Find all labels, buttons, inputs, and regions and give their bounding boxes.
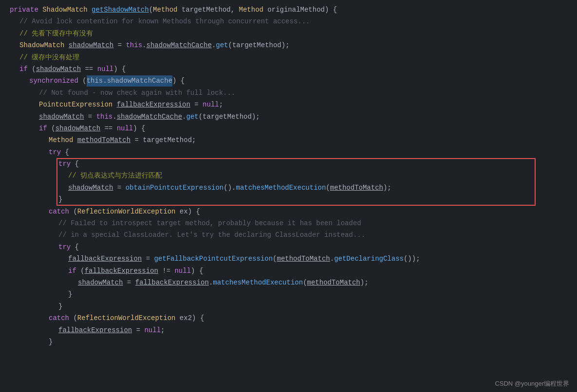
code-line: Method methodToMatch = targetMethod; — [0, 134, 577, 146]
code-line: if (fallbackExpression != null) { — [0, 265, 577, 277]
fn-token: get — [216, 40, 228, 51]
code-line: // 先看下缓存中有没有 — [0, 28, 577, 39]
code-line: shadowMatch = this.shadowMatchCache.get(… — [0, 111, 577, 123]
var-token: ()); — [404, 253, 420, 264]
var-token: ( — [80, 266, 84, 276]
var-token: originalMethod) { — [263, 4, 337, 15]
kw-token: this — [96, 111, 113, 122]
var-token: (targetMethod); — [199, 111, 260, 122]
var-token: (). — [223, 182, 236, 193]
var-underline-token: shadowMatch — [68, 182, 113, 193]
comment-token: // Avoid lock contention for known Metho… — [19, 16, 310, 27]
var-token: ) { — [172, 75, 185, 86]
var-underline-token: shadowMatch — [36, 64, 81, 74]
null-kw-token: null — [144, 325, 161, 336]
var-token: = — [142, 253, 154, 264]
var-underline-token: fallbackExpression — [135, 277, 209, 288]
fn-token: getDeclaringClass — [334, 253, 404, 264]
comment-token: // in a special ClassLoader. Let's try t… — [58, 230, 365, 240]
code-line: } — [0, 194, 577, 205]
code-line: } — [0, 301, 577, 312]
code-line: fallbackExpression = getFallbackPointcut… — [0, 253, 577, 265]
kw-token: try — [49, 147, 61, 158]
var-token: . — [112, 111, 116, 122]
type-token: Method — [239, 4, 263, 15]
kw-token: catch — [49, 313, 73, 323]
var-token: != — [158, 266, 175, 276]
code-line: catch (ReflectionWorldException ex2) { — [0, 312, 577, 324]
kw-token: catch — [49, 206, 73, 217]
var-token: = — [113, 40, 126, 51]
code-line: // Failed to introspect target method, p… — [0, 217, 577, 229]
var-token: = — [123, 277, 135, 288]
var-token: ); — [383, 182, 391, 193]
watermark: CSDN @younger编程世界 — [495, 379, 569, 388]
comment-token: // Failed to introspect target method, p… — [58, 218, 361, 229]
code-line: try { — [0, 146, 577, 158]
var-token: } — [58, 194, 62, 205]
comment-cn-token: // 先看下缓存中有没有 — [19, 28, 93, 39]
fn-token: matchesMethodExecution — [213, 277, 303, 288]
var-underline-token: fallbackExpression — [68, 253, 142, 264]
var-underline-token: methodToMatch — [277, 253, 330, 264]
code-line: // 切点表达式与方法进行匹配 — [0, 170, 577, 181]
var-token: ); — [360, 277, 369, 288]
var-token: . — [212, 40, 216, 51]
var-underline-token: shadowMatch — [56, 123, 100, 134]
var-token: = — [132, 325, 144, 336]
var-underline-token: methodToMatch — [330, 182, 383, 193]
var-token: ( — [273, 253, 277, 264]
kw-token: synchronized — [29, 75, 82, 86]
code-line: fallbackExpression = null; — [0, 324, 577, 336]
code-line: // 缓存中没有处理 — [0, 52, 577, 63]
var-token: ; — [161, 325, 165, 336]
code-line: try { — [0, 158, 577, 170]
var-token: { — [61, 147, 69, 158]
code-line: shadowMatch = fallbackExpression.matches… — [0, 277, 577, 288]
fn-token: get — [186, 111, 198, 122]
var-token: == — [100, 123, 117, 134]
var-token: . — [330, 253, 334, 264]
type-token: ShadowMatch — [19, 40, 69, 51]
var-token: { — [71, 159, 79, 169]
type-token: Method — [49, 135, 77, 145]
var-token: (targetMethod); — [228, 40, 290, 51]
comment-cn-token: // 缓存中没有处理 — [19, 52, 79, 63]
var-token: = — [113, 182, 125, 193]
kw-token: this — [126, 40, 142, 51]
code-line: catch (ReflectionWorldException ex) { — [0, 206, 577, 217]
var-token: . — [182, 111, 186, 122]
var-token: ex) { — [175, 206, 200, 217]
var-underline-token: methodToMatch — [307, 277, 360, 288]
code-line: try { — [0, 241, 577, 253]
var-token: . — [209, 277, 213, 288]
var-underline-token: fallbackExpression — [58, 325, 132, 336]
var-underline-token: shadowMatch — [39, 111, 84, 122]
type-token: PointcutExpression — [39, 99, 117, 110]
null-kw-token: null — [174, 266, 191, 276]
var-token: ( — [51, 123, 55, 134]
var-token: ( — [326, 182, 330, 193]
var-token: . — [142, 40, 146, 51]
var-token: ( — [73, 206, 77, 217]
var-token: ) { — [133, 123, 145, 134]
kw-token: if — [39, 123, 51, 134]
kw-token: private — [10, 4, 42, 15]
code-line: // in a special ClassLoader. Let's try t… — [0, 229, 577, 241]
code-line: if (shadowMatch == null) { — [0, 123, 577, 134]
var-token: ( — [73, 313, 77, 323]
code-line: // Not found - now check again with full… — [0, 87, 577, 99]
var-underline-token: fallbackExpression — [117, 99, 190, 110]
code-line: private ShadowMatch getShadowMatch(Metho… — [0, 4, 577, 16]
fn-token: getFallbackPointcutExpression — [154, 253, 273, 264]
var-token: targetMethod, — [178, 4, 239, 15]
selected-text: this.shadowMatchCache — [87, 75, 172, 86]
type-token: ReflectionWorldException — [77, 313, 176, 323]
code-line: PointcutExpression fallbackExpression = … — [0, 99, 577, 110]
type-token: ShadowMatch — [42, 4, 92, 15]
kw-token: if — [19, 64, 32, 74]
code-line: } — [0, 336, 577, 348]
kw-token: if — [68, 266, 80, 276]
code-line: shadowMatch = obtainPointcutExpression()… — [0, 182, 577, 194]
code-line: // Avoid lock contention for known Metho… — [0, 16, 577, 27]
